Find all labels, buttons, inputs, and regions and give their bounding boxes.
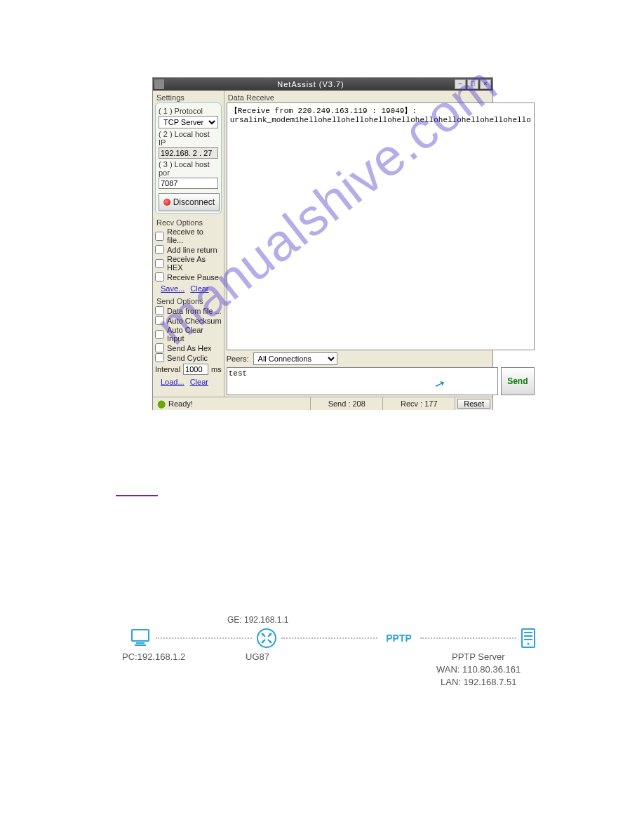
- app-icon: [154, 79, 164, 89]
- close-button[interactable]: ×: [480, 79, 491, 89]
- data-receive-box[interactable]: 【Receive from 220.249.163.119 : 19049】: …: [227, 102, 535, 350]
- interval-input[interactable]: [183, 364, 208, 375]
- wan-label: WAN: 110.80.36.161: [436, 664, 521, 675]
- protocol-label: ( 1 ) Protocol: [159, 107, 218, 115]
- maximize-button[interactable]: □: [467, 79, 478, 89]
- server-label: PPTP Server: [452, 651, 505, 662]
- disconnect-label: Disconnect: [173, 197, 215, 207]
- lan-label: LAN: 192.168.7.51: [441, 677, 516, 687]
- ready-icon: ⬤: [157, 399, 166, 409]
- recv-line1: 【Receive from 220.249.163.119 : 19049】:: [230, 107, 417, 115]
- recv-to-file-label: Receive to file...: [167, 227, 222, 244]
- send-textarea[interactable]: [227, 367, 498, 395]
- minimize-button[interactable]: –: [455, 79, 466, 89]
- pc-label: PC:192.168.1.2: [122, 651, 185, 662]
- status-bar: ⬤Ready! Send : 208 Recv : 177 Reset: [153, 397, 492, 410]
- section-divider: [116, 495, 158, 496]
- svg-rect-0: [132, 630, 149, 641]
- send-load-link[interactable]: Load...: [161, 378, 185, 386]
- server-icon: [521, 628, 536, 649]
- add-line-return-label: Add line return: [167, 246, 217, 254]
- record-icon: [163, 199, 170, 206]
- auto-clear-input-checkbox[interactable]: [155, 330, 164, 339]
- recv-line2: ursalink_modem1hellohellohellohellohello…: [230, 116, 531, 124]
- data-from-file-label: Data from file ...: [167, 307, 222, 315]
- receive-pause-checkbox[interactable]: [155, 272, 164, 282]
- settings-group: ( 1 ) Protocol TCP Server ( 2 ) Local ho…: [155, 102, 222, 214]
- svg-rect-1: [136, 642, 145, 644]
- local-port-input[interactable]: [159, 178, 218, 189]
- recv-clear-link[interactable]: Clear: [190, 284, 208, 293]
- send-as-hex-label: Send As Hex: [167, 344, 212, 352]
- send-cyclic-checkbox[interactable]: [155, 353, 164, 362]
- send-button[interactable]: Send: [501, 367, 535, 395]
- data-from-file-checkbox[interactable]: [155, 306, 164, 315]
- local-port-label: ( 3 ) Local host por: [159, 160, 218, 177]
- auto-checksum-label: Auto Checksum: [167, 317, 222, 325]
- receive-as-hex-checkbox[interactable]: [155, 259, 164, 268]
- link-pc-router: [156, 637, 252, 639]
- send-options-heading: Send Options: [156, 297, 222, 305]
- pptp-label: PPTP: [386, 633, 412, 644]
- local-ip-input[interactable]: [159, 147, 218, 159]
- add-line-return-checkbox[interactable]: [155, 245, 164, 254]
- send-as-hex-checkbox[interactable]: [155, 343, 164, 352]
- peers-label: Peers:: [227, 355, 249, 363]
- pc-icon: [129, 628, 152, 648]
- status-ready: Ready!: [168, 399, 193, 408]
- router-icon: [256, 628, 277, 649]
- reset-button[interactable]: Reset: [457, 399, 490, 409]
- recv-options-heading: Recv Options: [156, 218, 222, 227]
- titlebar[interactable]: NetAssist (V3.7) – □ ×: [153, 78, 492, 91]
- link-pptp-server: [420, 637, 516, 639]
- window-title: NetAssist (V3.7): [168, 80, 453, 88]
- svg-point-12: [528, 643, 530, 645]
- send-cyclic-label: Send Cyclic: [167, 354, 208, 362]
- svg-rect-2: [135, 644, 146, 646]
- svg-point-3: [257, 629, 276, 647]
- router-label: UG87: [246, 651, 269, 662]
- protocol-select[interactable]: TCP Server: [159, 116, 218, 128]
- status-send: Send : 208: [311, 397, 383, 410]
- peers-select[interactable]: All Connections: [253, 352, 337, 365]
- recv-to-file-checkbox[interactable]: [155, 232, 164, 241]
- local-ip-label: ( 2 ) Local host IP: [159, 130, 218, 147]
- send-clear-link[interactable]: Clear: [190, 378, 208, 386]
- status-recv: Recv : 177: [383, 397, 455, 410]
- data-receive-heading: Data Receive: [228, 93, 535, 102]
- netassist-window: NetAssist (V3.7) – □ × Settings ( 1 ) Pr…: [152, 77, 493, 410]
- receive-pause-label: Receive Pause: [167, 273, 219, 282]
- interval-unit: ms: [211, 365, 222, 373]
- settings-panel: Settings ( 1 ) Protocol TCP Server ( 2 )…: [153, 91, 224, 397]
- ge-label: GE: 192.168.1.1: [227, 615, 288, 625]
- settings-heading: Settings: [156, 93, 222, 102]
- receive-as-hex-label: Receive As HEX: [167, 255, 222, 272]
- auto-checksum-checkbox[interactable]: [155, 316, 164, 325]
- recv-save-link[interactable]: Save...: [161, 284, 185, 293]
- interval-label: Interval: [155, 365, 180, 373]
- link-router-pptp: [281, 637, 377, 639]
- auto-clear-input-label: Auto Clear Input: [167, 326, 222, 343]
- disconnect-button[interactable]: Disconnect: [159, 193, 220, 211]
